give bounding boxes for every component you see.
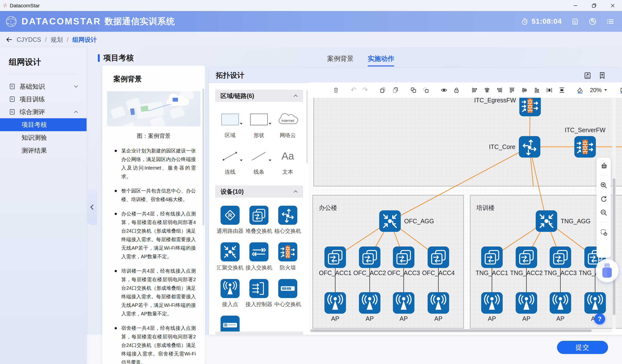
- device-AP[interactable]: AP: [359, 292, 380, 314]
- palette-item-label: 核心交换机: [274, 227, 301, 235]
- align-center-horizontal-icon[interactable]: [484, 87, 490, 94]
- device-AP[interactable]: AP: [516, 292, 537, 314]
- device-ITC_ServerFW[interactable]: ITC_ServerFW: [574, 136, 596, 158]
- device-AP[interactable]: AP: [584, 292, 606, 314]
- tab-case-background[interactable]: 案例背景: [327, 54, 353, 66]
- align-left-icon[interactable]: [471, 87, 478, 94]
- align-top-icon[interactable]: [508, 87, 515, 94]
- copy-icon[interactable]: [379, 87, 386, 94]
- tools-icon[interactable]: [588, 17, 597, 26]
- sidebar-item-project-training[interactable]: 项目训练: [0, 93, 87, 106]
- palette-item-router[interactable]: R通用路由器: [216, 205, 245, 235]
- device-OFC_ACC4[interactable]: OFC_ACC4: [428, 247, 449, 268]
- breadcrumb-current: 组网设计: [72, 36, 97, 44]
- export-note-icon[interactable]: [583, 71, 592, 80]
- back-icon[interactable]: [5, 36, 13, 43]
- palette-item-shape[interactable]: 形状: [245, 110, 273, 139]
- chevron-up-icon: [74, 110, 78, 113]
- svg-text:Internet: Internet: [281, 118, 294, 123]
- delete-icon[interactable]: [332, 87, 339, 94]
- device-OFC_AGG[interactable]: OFC_AGG: [379, 210, 401, 232]
- device-label: OFC_ACC1: [319, 270, 351, 276]
- device-label: AP: [488, 315, 496, 322]
- ungroup-icon[interactable]: [423, 87, 429, 94]
- device-TNG_AGG[interactable]: TNG_AGG: [536, 210, 557, 232]
- palette-item-acc[interactable]: 接入交换机: [245, 242, 273, 272]
- palette-section-header[interactable]: 设备(10): [215, 185, 303, 198]
- palette-item-text[interactable]: Aa文本: [273, 146, 302, 176]
- device-AP[interactable]: AP: [428, 292, 449, 314]
- report-icon[interactable]: [571, 18, 580, 25]
- zoom-in-icon[interactable]: [600, 181, 608, 189]
- sidebar-item-basic-knowledge[interactable]: 基础知识: [0, 80, 87, 93]
- bookmark-icon[interactable]: [598, 71, 606, 80]
- device-AP[interactable]: AP: [393, 292, 414, 314]
- sidebar-subitem-knowledge-quiz[interactable]: 知识测验: [0, 131, 87, 144]
- marquee-select-icon[interactable]: [600, 228, 608, 236]
- device-OFC_ACC3[interactable]: OFC_ACC3: [393, 247, 414, 268]
- close-button[interactable]: [603, 0, 622, 11]
- centersw-icon: [278, 279, 297, 298]
- scrollbar-vertical[interactable]: [612, 98, 616, 329]
- breadcrumb-item[interactable]: CJYDCS: [17, 36, 41, 43]
- palette-section-header[interactable]: 区域/链路(6): [215, 90, 303, 102]
- palette-scrollbar[interactable]: [306, 90, 308, 163]
- palette-item-centersw[interactable]: 中心交换机: [273, 279, 302, 308]
- undo-icon[interactable]: ↶: [350, 87, 356, 94]
- device-TNG_ACC2[interactable]: TNG_ACC2: [516, 247, 537, 268]
- fill-color-icon[interactable]: [577, 87, 583, 94]
- device-OFC_ACC2[interactable]: OFC_ACC2: [359, 247, 380, 268]
- sidebar-subitem-evaluation-results[interactable]: 测评结果: [0, 144, 87, 157]
- device-AP[interactable]: AP: [550, 292, 571, 314]
- device-ITC_Core[interactable]: ITC_Core: [519, 136, 540, 158]
- zoom-out-icon[interactable]: [600, 209, 608, 217]
- distribute-vertical-icon[interactable]: [558, 87, 565, 94]
- palette-item-line[interactable]: 线条: [245, 146, 273, 176]
- palette-item-stack[interactable]: 堆叠交换机: [245, 205, 273, 235]
- device-ITC_EgressFW[interactable]: ITC_EgressFW: [519, 98, 541, 116]
- topology-canvas[interactable]: 办公楼培训楼ITC_EgressFWITC_CoreITC_ServerFWOF…: [309, 98, 622, 329]
- device-OFC_ACC1[interactable]: OFC_ACC1: [324, 247, 346, 268]
- usb-device-icon[interactable]: [596, 259, 619, 282]
- menu-list-icon[interactable]: [606, 17, 615, 26]
- palette-item-connector[interactable]: 连线: [216, 146, 245, 176]
- paste-icon[interactable]: [392, 87, 399, 94]
- device-AP[interactable]: AP: [324, 292, 346, 314]
- tab-implementation[interactable]: 实施动作: [368, 54, 394, 66]
- palette-item-region[interactable]: 区域: [216, 110, 245, 139]
- sidebar-subitem-project-assessment[interactable]: 项目考核: [0, 118, 87, 131]
- palette-item-cloud[interactable]: Internet网络云: [273, 110, 302, 139]
- align-middle-icon[interactable]: [521, 87, 528, 94]
- device-label: TNG_ACC2: [510, 270, 543, 276]
- case-panel-scrollbar[interactable]: [202, 89, 204, 225]
- reset-view-icon[interactable]: [600, 195, 608, 203]
- palette-item-firewall[interactable]: 防火墙: [273, 242, 302, 272]
- restore-button[interactable]: [585, 0, 603, 11]
- distribute-horizontal-icon[interactable]: [546, 87, 553, 94]
- group-icon[interactable]: [410, 87, 417, 94]
- help-button[interactable]: ?: [594, 313, 605, 325]
- zoom-select[interactable]: 20%: [590, 87, 607, 93]
- device-TNG_ACC3[interactable]: TNG_ACC3: [550, 247, 571, 268]
- clear-canvas-icon[interactable]: [600, 162, 608, 169]
- palette-item-ap[interactable]: 接入点: [216, 279, 245, 308]
- submit-button[interactable]: 提交: [557, 341, 608, 354]
- device-TNG_ACC1[interactable]: TNG_ACC1: [481, 247, 503, 268]
- palette-item-ac[interactable]: 接入控制器: [245, 279, 273, 308]
- breadcrumb-item[interactable]: 规划: [51, 36, 63, 44]
- align-bottom-icon[interactable]: [533, 87, 540, 94]
- device-AP[interactable]: AP: [481, 292, 503, 314]
- scrollbar-horizontal[interactable]: [309, 329, 613, 332]
- annotate-icon[interactable]: [620, 87, 622, 94]
- collapse-panel-handle[interactable]: [87, 189, 97, 225]
- shape-icon: [250, 110, 268, 129]
- redo-icon[interactable]: ↷: [362, 87, 368, 94]
- lock-icon[interactable]: [453, 87, 460, 94]
- minimize-button[interactable]: [566, 0, 585, 11]
- visibility-icon[interactable]: [441, 87, 447, 94]
- palette-item-core[interactable]: 核心交换机: [273, 205, 302, 235]
- align-right-icon[interactable]: [496, 87, 503, 94]
- palette-item-agg[interactable]: 汇聚交换机: [216, 242, 245, 272]
- palette-collapsed-section[interactable]: [215, 331, 303, 335]
- sidebar-item-comprehensive-evaluation[interactable]: 综合测评: [0, 106, 87, 118]
